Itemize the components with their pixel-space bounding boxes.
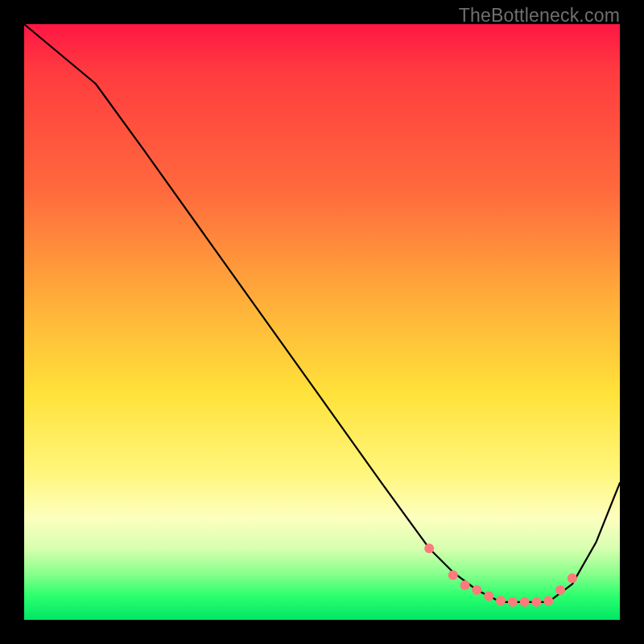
curve-marker — [555, 585, 565, 595]
curve-marker — [520, 597, 530, 607]
curve-marker — [472, 585, 481, 595]
chart-svg — [24, 24, 620, 620]
curve-marker — [508, 597, 518, 607]
curve-marker — [460, 580, 470, 590]
curve-marker — [424, 543, 434, 553]
watermark-text: TheBottleneck.com — [459, 5, 620, 27]
curve-marker — [568, 573, 577, 583]
bottleneck-curve — [24, 24, 620, 602]
curve-marker — [531, 597, 541, 607]
curve-marker — [484, 591, 493, 601]
curve-marker — [543, 596, 553, 605]
curve-marker — [448, 571, 458, 580]
chart-gradient-background — [24, 24, 620, 620]
curve-marker — [496, 596, 506, 605]
